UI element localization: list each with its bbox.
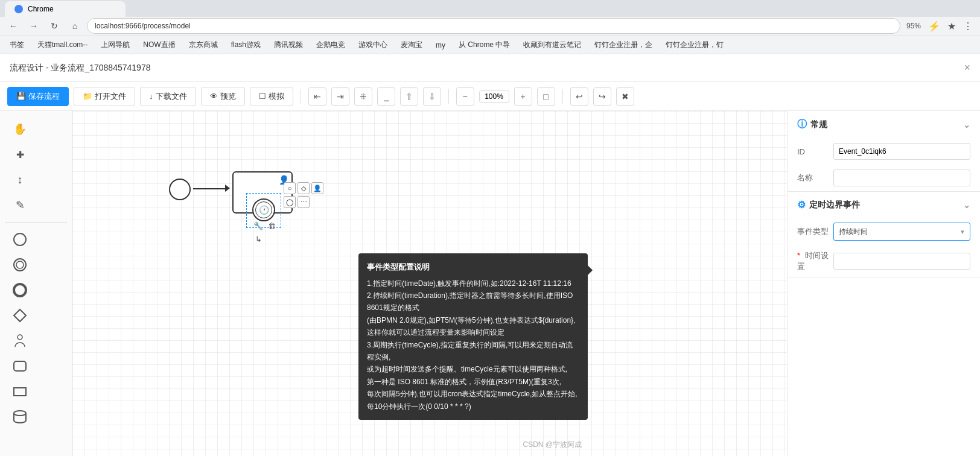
bookmarks-bar: 书签 天猫tmall.com-- 上网导航 NOW直播 京东商城 flash游戏…	[0, 36, 980, 54]
tooltip-title: 事件类型配置说明	[367, 261, 579, 274]
general-section-title: ⓘ 常规	[797, 118, 827, 131]
tooltip-line-2: 2.持续时间(timeDuration),指定时器之前需等待多长时间,使用ISO…	[367, 290, 579, 314]
tooltip-line-5: 3.周期执行(timeCycle),指定重复执行的间隔,可以用来定期自动流程实例…	[367, 339, 579, 364]
rounded-rect-button[interactable]	[5, 355, 35, 377]
svg-point-2	[16, 261, 24, 268]
open-file-button[interactable]: 📁 打开文件	[74, 87, 135, 106]
tooltip-arrow	[588, 265, 593, 275]
address-text: localhost:9666/process/model	[95, 22, 191, 30]
bookmark-item-chrome[interactable]: 从 Chrome 中导	[454, 39, 515, 51]
align-right-button[interactable]: ⇥	[331, 87, 349, 106]
pencil-tool-button[interactable]: ✎	[5, 194, 35, 216]
back-button[interactable]: ←	[5, 17, 22, 34]
bookmark-item-tmall[interactable]: 天猫tmall.com--	[33, 39, 92, 51]
time-setting-input[interactable]	[833, 253, 970, 270]
bookmark-item-youdao[interactable]: 收藏到有道云笔记	[518, 39, 586, 51]
bookmark-star-icon[interactable]: ★	[945, 19, 958, 33]
bookmark-item-dingding2[interactable]: 钉钉企业注册，钉	[661, 39, 728, 51]
bookmark-item-bookmarks[interactable]: 书签	[5, 39, 29, 51]
app-header: 流程设计 - 业务流程_1708845741978 ×	[0, 54, 980, 82]
menu-icon[interactable]: ⋮	[961, 19, 975, 33]
browser-controls: ← → ↻ ⌂ localhost:9666/process/model 95%…	[0, 17, 980, 36]
forward-button[interactable]: →	[25, 17, 42, 34]
address-bar[interactable]: localhost:9666/process/model	[87, 18, 900, 34]
database-shape-button[interactable]	[5, 406, 35, 428]
align-middle-button[interactable]: ⎯	[377, 87, 395, 106]
bookmark-item-flash[interactable]: flash游戏	[226, 39, 266, 51]
fit-screen-button[interactable]: □	[537, 87, 555, 106]
zoom-out-button[interactable]: −	[456, 87, 474, 106]
watermark: CSDN @宁波阿成	[523, 440, 582, 450]
save-flow-button[interactable]: 💾 保存流程	[7, 87, 69, 106]
name-input[interactable]	[833, 169, 970, 186]
bookmark-item-esports[interactable]: 企鹅电竞	[311, 39, 350, 51]
clear-button[interactable]: ✖	[616, 87, 634, 106]
toolbar: 💾 保存流程 📁 打开文件 ↓ 下载文件 👁 预览 ☐ 模拟 ⇤ ⇥ ⁜ ⎯ ⇧…	[0, 82, 980, 111]
ctx-circle-icon[interactable]: ○	[284, 182, 296, 194]
diamond-shape-button[interactable]	[5, 305, 35, 326]
preview-button[interactable]: 👁 预览	[201, 87, 245, 106]
gear-icon: ⚙	[797, 199, 806, 211]
circle-shape-button[interactable]	[5, 229, 35, 250]
extensions-icon[interactable]: ⚡	[926, 19, 943, 33]
reload-button[interactable]: ↻	[46, 17, 63, 34]
flow-arrow-icon[interactable]: ↳	[252, 233, 264, 245]
align-bottom-button[interactable]: ⇩	[423, 87, 441, 106]
home-button[interactable]: ⌂	[66, 17, 83, 34]
hand-tool-button[interactable]: ✋	[5, 118, 35, 140]
browser-actions: 95% ⚡ ★ ⋮	[904, 19, 975, 33]
thick-circle-button[interactable]	[5, 279, 35, 301]
ctx-person-icon[interactable]: 👤	[311, 182, 323, 194]
zoom-in-button[interactable]: +	[514, 87, 532, 106]
move-tool-button[interactable]: ↕	[5, 169, 35, 191]
tooltip-line-9: 每10分钟执行一次(0 0/10 * * * ?)	[367, 401, 579, 413]
ctx-diamond-icon[interactable]: ◇	[298, 182, 310, 194]
bookmark-item-now[interactable]: NOW直播	[138, 39, 180, 51]
start-event[interactable]	[169, 179, 191, 200]
bookmark-item-tencent[interactable]: 腾讯视频	[269, 39, 308, 51]
toolbar-divider-3	[562, 89, 563, 104]
svg-point-0	[14, 233, 26, 245]
browser-tab-active[interactable]: Chrome	[5, 1, 126, 17]
bookmark-item-my[interactable]: my	[431, 40, 450, 51]
general-collapse-button[interactable]: ⌄	[963, 120, 970, 130]
id-input[interactable]	[833, 143, 970, 160]
undo-button[interactable]: ↩	[570, 87, 588, 106]
simulate-button[interactable]: ☐ 模拟	[250, 87, 293, 106]
event-type-select[interactable]: 持续时间 指定时间 周期执行	[833, 223, 970, 241]
save-flow-label: 保存流程	[28, 91, 60, 102]
general-title-text: 常规	[810, 119, 827, 130]
action-row-1: 🔧 🗑	[252, 220, 278, 232]
sequence-flow-arrow	[225, 185, 230, 192]
rect-shape-button[interactable]	[5, 381, 35, 402]
bookmark-item-maitao[interactable]: 麦淘宝	[396, 39, 427, 51]
svg-point-5	[18, 335, 22, 340]
timer-collapse-button[interactable]: ⌄	[963, 200, 970, 210]
download-file-button[interactable]: ↓ 下载文件	[140, 87, 196, 106]
bookmark-item-nav[interactable]: 上网导航	[96, 39, 135, 51]
align-left-button[interactable]: ⇤	[308, 87, 326, 106]
download-file-label: 下载文件	[156, 91, 187, 102]
trash-icon[interactable]: 🗑	[266, 220, 278, 232]
svg-point-8	[14, 411, 26, 416]
bookmark-item-jd[interactable]: 京东商城	[184, 39, 223, 51]
bookmark-item-dingding1[interactable]: 钉钉企业注册，企	[590, 39, 657, 51]
circle-outline-button[interactable]	[5, 254, 35, 276]
align-center-button[interactable]: ⁜	[354, 87, 372, 106]
zoom-indicator: 95%	[904, 21, 923, 31]
pointer-tool-button[interactable]: ✚	[5, 144, 35, 165]
tab-title: Chrome	[28, 5, 54, 13]
simulate-label: 模拟	[269, 91, 284, 102]
person-shape-button[interactable]	[5, 330, 35, 352]
align-top-button[interactable]: ⇧	[400, 87, 418, 106]
bookmark-item-game[interactable]: 游戏中心	[354, 39, 392, 51]
ctx-circle2-icon[interactable]: ◯	[284, 196, 296, 208]
wrench-icon[interactable]: 🔧	[252, 220, 264, 232]
info-icon: ⓘ	[797, 118, 807, 131]
timer-boundary-event[interactable]: 🕐	[252, 198, 275, 221]
ctx-dots-icon[interactable]: ⋯	[298, 196, 310, 208]
id-field: ID	[788, 138, 980, 165]
close-button[interactable]: ×	[964, 62, 970, 74]
redo-button[interactable]: ↪	[593, 87, 611, 106]
canvas-area[interactable]: 👤 🕐 ○ ◇ 👤	[72, 111, 787, 456]
